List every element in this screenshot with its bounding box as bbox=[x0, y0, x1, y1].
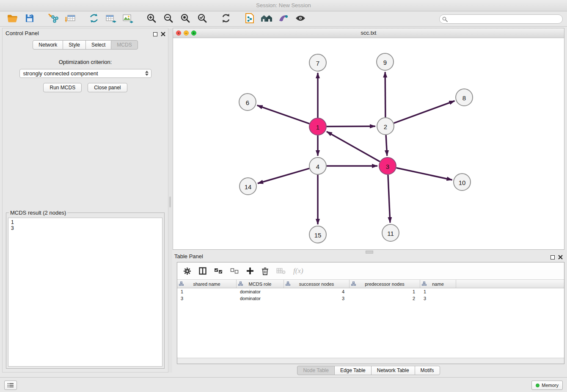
column-header-shared-name[interactable]: shared name bbox=[177, 280, 237, 288]
node-9[interactable]: 9 bbox=[377, 53, 394, 70]
node-10[interactable]: 10 bbox=[454, 174, 471, 190]
column-header-successor-nodes[interactable]: successor nodes bbox=[284, 280, 350, 288]
import-table-button[interactable] bbox=[62, 12, 79, 26]
node-3[interactable]: 3 bbox=[379, 157, 396, 174]
export-table-button[interactable] bbox=[102, 12, 119, 26]
window-title: Session: New Session bbox=[256, 2, 311, 8]
column-type-icon bbox=[286, 282, 290, 287]
node-15[interactable]: 15 bbox=[309, 226, 326, 243]
table-cell[interactable]: 3 bbox=[177, 295, 237, 302]
node-7[interactable]: 7 bbox=[309, 54, 326, 71]
table-cell[interactable]: dominator bbox=[237, 288, 284, 295]
open-network-file-button[interactable] bbox=[241, 12, 258, 26]
edge-3-1[interactable] bbox=[327, 132, 380, 162]
maximize-window-button[interactable] bbox=[191, 30, 196, 36]
edge-2-3[interactable] bbox=[386, 135, 387, 156]
zoom-in-button[interactable] bbox=[143, 12, 160, 26]
add-row-icon[interactable] bbox=[246, 267, 254, 275]
tab-style[interactable]: Style bbox=[63, 40, 86, 50]
table-cell[interactable]: 1 bbox=[350, 288, 420, 295]
run-mcds-button[interactable]: Run MCDS bbox=[43, 83, 82, 92]
table-tab-node-table[interactable]: Node Table bbox=[297, 366, 335, 375]
task-history-button[interactable] bbox=[4, 381, 17, 390]
search-icon bbox=[442, 16, 448, 24]
table-tab-edge-table[interactable]: Edge Table bbox=[334, 366, 372, 375]
import-table-icon bbox=[65, 13, 76, 25]
node-8[interactable]: 8 bbox=[456, 89, 473, 106]
select-all-icon[interactable] bbox=[214, 268, 223, 274]
panel-splitter[interactable] bbox=[168, 28, 172, 373]
node-1[interactable]: 1 bbox=[309, 118, 326, 135]
zoom-out-button[interactable] bbox=[160, 12, 177, 26]
criterion-dropdown[interactable]: strongly connected component bbox=[19, 69, 151, 78]
edge-1-2[interactable] bbox=[327, 126, 375, 127]
deselect-all-icon[interactable] bbox=[230, 268, 239, 274]
open-file-button[interactable] bbox=[4, 12, 21, 26]
float-table-panel-icon[interactable] bbox=[550, 255, 555, 259]
close-panel-button[interactable]: Close panel bbox=[88, 83, 127, 92]
table-tab-motifs[interactable]: Motifs bbox=[415, 366, 440, 375]
edge-2-9[interactable] bbox=[385, 72, 385, 117]
clone-network-button[interactable] bbox=[85, 12, 102, 26]
mcds-result-text[interactable]: 1 3 bbox=[8, 218, 162, 367]
eye-icon bbox=[295, 14, 306, 23]
show-columns-icon[interactable] bbox=[199, 267, 206, 275]
save-icon bbox=[25, 14, 34, 24]
column-header-MCDS-role[interactable]: MCDS role bbox=[237, 280, 284, 288]
table-cell[interactable]: 1 bbox=[177, 288, 237, 295]
table-cell[interactable]: 1 bbox=[420, 288, 456, 295]
node-14[interactable]: 14 bbox=[239, 178, 256, 195]
status-bar: Memory bbox=[0, 377, 567, 392]
svg-text:4: 4 bbox=[316, 163, 319, 170]
table-cell[interactable]: 3 bbox=[284, 295, 350, 302]
tab-mcds[interactable]: MCDS bbox=[111, 40, 138, 50]
zoom-selected-button[interactable] bbox=[194, 12, 211, 26]
table-cell[interactable]: 4 bbox=[284, 288, 350, 295]
edge-4-14[interactable] bbox=[258, 168, 309, 183]
network-window-titlebar[interactable]: scc.txt bbox=[173, 28, 564, 38]
table-cell[interactable]: 3 bbox=[420, 295, 456, 302]
column-header-predecessor-nodes[interactable]: predecessor nodes bbox=[350, 280, 420, 288]
table-settings-gear-icon[interactable] bbox=[183, 267, 191, 275]
network-canvas[interactable]: 7968124314101511 bbox=[173, 38, 564, 250]
zoom-selected-icon bbox=[197, 13, 207, 25]
node-2[interactable]: 2 bbox=[377, 118, 394, 135]
splitter-grip[interactable] bbox=[169, 196, 171, 207]
apply-style-button[interactable] bbox=[275, 12, 292, 26]
delete-row-icon[interactable] bbox=[261, 267, 269, 275]
edge-3-11[interactable] bbox=[388, 175, 390, 223]
column-header-name[interactable]: name bbox=[420, 280, 456, 288]
minimize-window-button[interactable] bbox=[184, 30, 189, 36]
edge-1-6[interactable] bbox=[257, 105, 310, 124]
node-6[interactable]: 6 bbox=[239, 94, 256, 110]
table-cell[interactable]: 2 bbox=[350, 295, 420, 302]
import-network-button[interactable] bbox=[45, 12, 62, 26]
apply-layout-button[interactable] bbox=[217, 12, 234, 26]
table-toolbar: f(x) bbox=[177, 262, 564, 279]
table-row[interactable]: 1dominator411 bbox=[177, 288, 564, 295]
float-panel-icon[interactable] bbox=[153, 32, 157, 36]
node-4[interactable]: 4 bbox=[309, 157, 326, 174]
memory-button[interactable]: Memory bbox=[531, 381, 563, 390]
node-11[interactable]: 11 bbox=[382, 224, 399, 241]
show-hide-button[interactable] bbox=[292, 12, 309, 26]
export-image-button[interactable] bbox=[119, 12, 136, 26]
horizontal-scrollbar[interactable] bbox=[177, 358, 564, 364]
edge-2-8[interactable] bbox=[394, 101, 455, 123]
close-window-button[interactable] bbox=[176, 30, 181, 36]
zoom-fit-button[interactable] bbox=[177, 12, 194, 26]
search-input[interactable] bbox=[439, 14, 563, 24]
table-tab-network-table[interactable]: Network Table bbox=[371, 366, 415, 375]
table-cell[interactable]: dominator bbox=[237, 295, 284, 302]
close-table-panel-icon[interactable] bbox=[558, 254, 563, 261]
tab-select[interactable]: Select bbox=[85, 40, 111, 50]
delete-column-icon bbox=[276, 268, 286, 274]
save-session-button[interactable] bbox=[21, 12, 38, 26]
table-row[interactable]: 3dominator323 bbox=[177, 295, 564, 302]
tab-network[interactable]: Network bbox=[33, 40, 63, 50]
mcds-result-title: MCDS result (2 nodes) bbox=[9, 210, 67, 216]
svg-text:6: 6 bbox=[246, 99, 249, 106]
network-overview-button[interactable] bbox=[258, 12, 275, 26]
edge-3-10[interactable] bbox=[396, 168, 452, 180]
close-panel-icon[interactable] bbox=[161, 30, 165, 38]
